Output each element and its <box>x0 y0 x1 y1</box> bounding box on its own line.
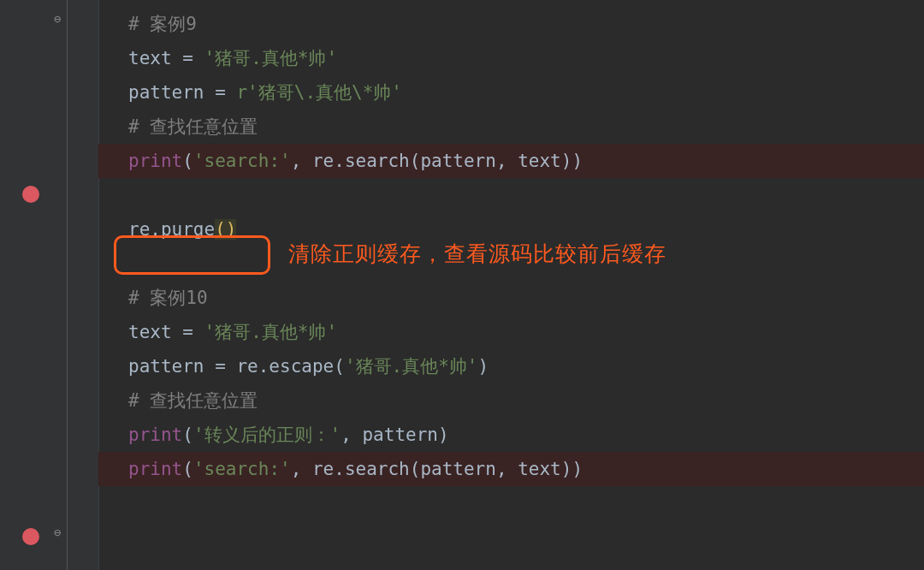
code-line[interactable]: print('转义后的正则：', pattern) <box>128 418 924 452</box>
builtin-print: print <box>128 425 182 445</box>
string-literal: '转义后的正则：' <box>193 425 341 445</box>
string-literal: '猪哥.真他*帅' <box>204 48 338 68</box>
fold-close-icon[interactable]: ⊖ <box>50 525 65 539</box>
breakpoint-icon[interactable] <box>22 186 39 203</box>
code-line[interactable]: # 案例10 <box>128 281 924 315</box>
code-line[interactable]: pattern = r'猪哥\.真他\*帅' <box>128 75 924 110</box>
matched-paren: ( <box>215 219 226 240</box>
fold-close-icon[interactable]: ⊖ <box>50 12 65 26</box>
builtin-print: print <box>128 459 182 479</box>
code-line[interactable]: text = '猪哥.真他*帅' <box>128 315 924 349</box>
code-line[interactable]: # 查找任意位置 <box>128 383 924 418</box>
code-line[interactable]: print('search:', re.search(pattern, text… <box>98 144 924 178</box>
comment: # 查找任意位置 <box>128 116 258 137</box>
builtin-print: print <box>128 151 182 171</box>
call-expr: = re.escape( <box>204 356 345 377</box>
call-args: , pattern) <box>341 425 448 445</box>
paren: ( <box>182 151 193 171</box>
operator: = <box>204 82 237 103</box>
identifier: pattern <box>128 82 204 103</box>
call-args: , re.search(pattern, text)) <box>291 459 583 479</box>
code-line[interactable]: pattern = re.escape('猪哥.真他*帅') <box>128 349 924 383</box>
matched-paren: ) <box>226 219 237 240</box>
code-editor[interactable]: ⊖ ⊖ # 案例9 text = '猪哥.真他*帅' pattern = r'猪… <box>0 0 924 570</box>
code-line[interactable]: # 案例9 <box>128 7 924 41</box>
paren: ) <box>477 356 489 377</box>
breakpoint-icon[interactable] <box>22 528 39 545</box>
code-line[interactable]: print('search:', re.search(pattern, text… <box>98 452 924 486</box>
string-literal: r'猪哥\.真他\*帅' <box>236 82 402 103</box>
code-line[interactable]: text = '猪哥.真他*帅' <box>128 41 924 75</box>
call-expr: re.purge <box>128 219 215 240</box>
string-literal: 'search:' <box>193 151 291 171</box>
operator: = <box>172 48 204 68</box>
gutter-separator <box>67 0 68 570</box>
comment: # 案例10 <box>128 288 208 308</box>
paren: ( <box>182 459 193 479</box>
call-args: , re.search(pattern, text)) <box>291 151 583 171</box>
comment: # 查找任意位置 <box>128 390 258 411</box>
identifier: pattern <box>128 356 204 377</box>
annotation-text: 清除正则缓存，查看源码比较前后缓存 <box>288 240 666 268</box>
blank-line[interactable] <box>128 178 924 212</box>
comment: # 案例9 <box>128 14 197 34</box>
gutter: ⊖ ⊖ <box>0 0 99 570</box>
string-literal: '猪哥.真他*帅' <box>345 356 478 377</box>
string-literal: '猪哥.真他*帅' <box>204 322 338 342</box>
code-line[interactable]: # 查找任意位置 <box>128 110 924 144</box>
string-literal: 'search:' <box>193 459 291 479</box>
paren: ( <box>182 425 193 445</box>
identifier: text <box>128 322 172 342</box>
operator: = <box>172 322 204 342</box>
identifier: text <box>128 48 172 68</box>
